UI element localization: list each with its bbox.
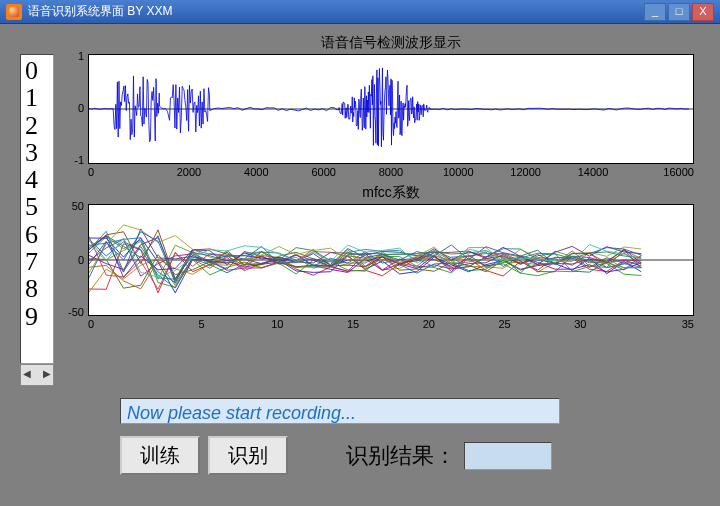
xtick: 0 xyxy=(88,166,155,178)
status-message: Now please start recording... xyxy=(120,398,560,424)
train-button[interactable]: 训练 xyxy=(120,436,200,475)
digit-list-wrap: 0123456789 xyxy=(20,54,54,386)
chart1-ytick: 0 xyxy=(58,102,84,114)
chart1-ytick: 1 xyxy=(58,50,84,62)
xtick: 30 xyxy=(543,318,619,330)
horizontal-scrollbar[interactable] xyxy=(20,364,54,386)
chart2-ytick: -50 xyxy=(58,306,84,318)
result-label: 识别结果： xyxy=(346,441,456,471)
controls-row: 训练 识别 识别结果： xyxy=(120,436,700,475)
window-controls: _ □ X xyxy=(644,3,714,21)
xtick: 6000 xyxy=(290,166,357,178)
xtick: 12000 xyxy=(492,166,559,178)
chart2-title: mfcc系数 xyxy=(88,184,694,202)
digit-item[interactable]: 8 xyxy=(25,275,53,302)
digit-item[interactable]: 0 xyxy=(25,57,53,84)
waveform-chart: 语音信号检测波形显示 1 0 -1 0200040006000800010000… xyxy=(58,34,700,178)
digit-item[interactable]: 2 xyxy=(25,112,53,139)
xtick: 15 xyxy=(315,318,391,330)
result-field xyxy=(464,442,552,470)
xtick: 4000 xyxy=(223,166,290,178)
digit-item[interactable]: 9 xyxy=(25,303,53,330)
xtick: 35 xyxy=(618,318,694,330)
chart1-title: 语音信号检测波形显示 xyxy=(88,34,694,52)
waveform-svg xyxy=(89,55,693,163)
maximize-button[interactable]: □ xyxy=(668,3,690,21)
digit-item[interactable]: 1 xyxy=(25,84,53,111)
xtick: 10000 xyxy=(425,166,492,178)
digit-listbox[interactable]: 0123456789 xyxy=(20,54,54,364)
xtick: 5 xyxy=(164,318,240,330)
digit-item[interactable]: 3 xyxy=(25,139,53,166)
chart2-ytick: 0 xyxy=(58,254,84,266)
xtick: 10 xyxy=(240,318,316,330)
chart1-ytick: -1 xyxy=(58,154,84,166)
recognize-button[interactable]: 识别 xyxy=(208,436,288,475)
chart2-ytick: 50 xyxy=(58,200,84,212)
xtick: 20 xyxy=(391,318,467,330)
chart1-xaxis: 0200040006000800010000120001400016000 xyxy=(88,166,694,178)
app-icon xyxy=(6,4,22,20)
xtick: 14000 xyxy=(559,166,626,178)
chart2-xaxis: 05101520253035 xyxy=(88,318,694,330)
digit-item[interactable]: 6 xyxy=(25,221,53,248)
xtick: 2000 xyxy=(155,166,222,178)
mfcc-svg xyxy=(89,205,693,315)
xtick: 0 xyxy=(88,318,164,330)
window-title: 语音识别系统界面 BY XXM xyxy=(28,3,644,20)
close-button[interactable]: X xyxy=(692,3,714,21)
xtick: 25 xyxy=(467,318,543,330)
digit-item[interactable]: 5 xyxy=(25,193,53,220)
digit-item[interactable]: 4 xyxy=(25,166,53,193)
xtick: 16000 xyxy=(627,166,694,178)
minimize-button[interactable]: _ xyxy=(644,3,666,21)
digit-item[interactable]: 7 xyxy=(25,248,53,275)
titlebar: 语音识别系统界面 BY XXM _ □ X xyxy=(0,0,720,24)
main-content: 0123456789 语音信号检测波形显示 1 0 -1 0200 xyxy=(0,24,720,506)
mfcc-chart: mfcc系数 50 0 -50 05101520253035 xyxy=(58,184,700,330)
xtick: 8000 xyxy=(357,166,424,178)
